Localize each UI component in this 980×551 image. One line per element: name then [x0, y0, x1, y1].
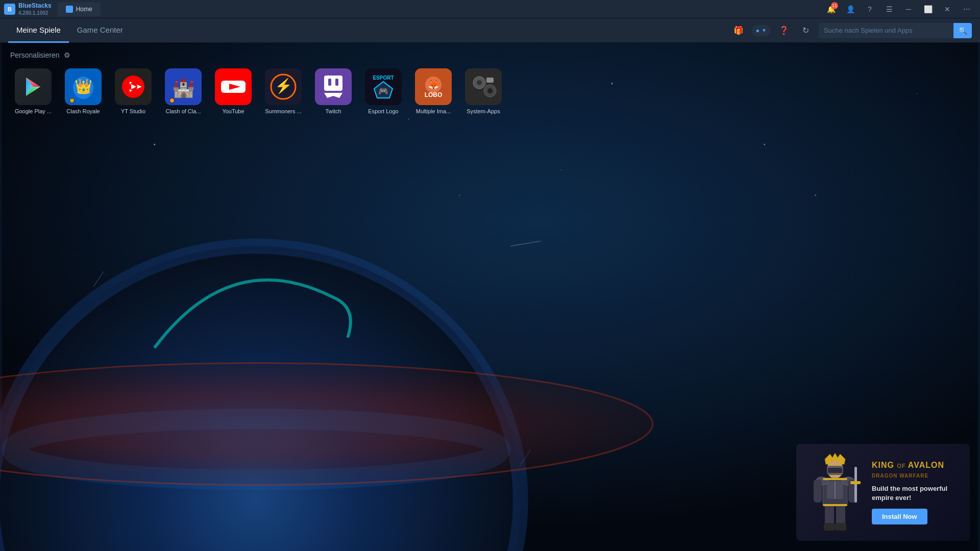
logo-icon: B: [4, 4, 15, 15]
app-twitch[interactable]: Twitch: [310, 65, 356, 117]
home-tab-label: Home: [76, 6, 92, 13]
expand-button[interactable]: ⋯: [958, 0, 976, 18]
app-icon-yt-studio: [115, 68, 152, 105]
app-clash-of-clans[interactable]: 🏰 Clash of Cla...: [160, 65, 206, 117]
titlebar: B BlueStacks 4.280.1.1002 Home 🔔 11 👤 ? …: [0, 0, 980, 18]
svg-rect-72: [835, 523, 846, 531]
svg-text:LOBO: LOBO: [425, 91, 443, 98]
app-icon-multiple-ima: 🦊LOBO: [415, 68, 452, 105]
app-esport[interactable]: ESPORT🎮 Esport Logo: [360, 65, 406, 117]
svg-point-52: [477, 80, 482, 85]
filter-icon[interactable]: ⚙: [64, 51, 70, 59]
user-icon: ●: [756, 27, 760, 34]
search-box: 🔍: [819, 23, 972, 38]
app-icon-esport: ESPORT🎮: [365, 68, 402, 105]
app-label-clash-royale: Clash Royale: [66, 108, 100, 114]
app-yt-studio[interactable]: YT Studio: [110, 65, 156, 117]
ad-text: KING OF AVALON DRAGON WARFARE Build the …: [872, 460, 962, 524]
personalize-label: Personalisieren: [10, 51, 60, 59]
app-icon-summoners: ⚡: [265, 68, 302, 105]
svg-rect-59: [828, 468, 842, 473]
main-content: Personalisieren ⚙ Google Play ... 👑 Clas…: [0, 43, 980, 551]
svg-point-55: [487, 88, 493, 93]
update-dot-clash-of-clans: [169, 98, 175, 103]
ad-logo: KING OF AVALON DRAGON WARFARE: [872, 460, 962, 480]
app-multiple-ima[interactable]: 🦊LOBO Multiple Ima...: [410, 65, 456, 117]
search-input[interactable]: [819, 23, 953, 37]
app-icon-system-apps: [465, 68, 502, 105]
svg-rect-38: [324, 76, 342, 91]
svg-point-4: [764, 144, 765, 145]
svg-rect-73: [823, 478, 847, 480]
svg-text:ESPORT: ESPORT: [373, 75, 394, 81]
svg-point-1: [154, 144, 155, 145]
app-label-twitch: Twitch: [325, 108, 341, 114]
app-label-multiple-ima: Multiple Ima...: [416, 108, 451, 114]
svg-rect-68: [850, 481, 861, 484]
app-label-clash-of-clans: Clash of Cla...: [165, 108, 201, 114]
svg-text:⚡: ⚡: [275, 78, 292, 94]
app-google-play[interactable]: Google Play ...: [10, 65, 56, 117]
svg-point-8: [459, 194, 460, 196]
window-controls: 🔔 11 👤 ? ☰ ─ ⬜ ✕ ⋯: [822, 0, 976, 18]
app-icon-google-play: [15, 68, 52, 105]
account-button[interactable]: 👤: [841, 0, 860, 18]
personalize-header: Personalisieren ⚙: [10, 51, 970, 59]
app-name: BlueStacks 4.280.1.1002: [18, 2, 52, 16]
app-icon-twitch: [315, 68, 352, 105]
update-dot-clash-royale: [69, 98, 75, 103]
svg-rect-53: [486, 78, 494, 83]
ad-install-button[interactable]: Install Now: [872, 509, 927, 524]
svg-rect-39: [328, 79, 331, 86]
maximize-button[interactable]: ⬜: [919, 0, 937, 18]
search-button[interactable]: 🔍: [953, 23, 972, 38]
tab-meine-spiele[interactable]: Meine Spiele: [8, 18, 69, 43]
notification-badge: 11: [831, 2, 838, 9]
svg-text:🎮: 🎮: [378, 86, 388, 96]
gift-button[interactable]: 🎁: [730, 22, 747, 39]
menu-button[interactable]: ☰: [880, 0, 898, 18]
svg-point-7: [560, 169, 561, 170]
svg-rect-74: [823, 504, 847, 506]
svg-text:🦊: 🦊: [428, 79, 439, 90]
user-button[interactable]: ● ▼: [752, 25, 771, 36]
refresh-button[interactable]: ↻: [797, 22, 814, 39]
close-button[interactable]: ✕: [938, 0, 957, 18]
app-label-google-play: Google Play ...: [15, 108, 52, 114]
app-clash-royale[interactable]: 👑 Clash Royale: [60, 65, 106, 117]
ad-panel: KING OF AVALON DRAGON WARFARE Build the …: [796, 444, 970, 541]
notification-button[interactable]: 🔔 11: [822, 0, 840, 18]
svg-rect-65: [814, 480, 822, 503]
app-label-system-apps: System-Apps: [467, 108, 500, 114]
svg-text:🏰: 🏰: [172, 77, 195, 98]
app-label-youtube: YouTube: [222, 108, 244, 114]
help-toolbar-button[interactable]: ❓: [776, 22, 792, 39]
svg-text:👑: 👑: [75, 78, 92, 95]
svg-rect-40: [335, 79, 338, 86]
ad-tagline: Build the most powerful empire ever!: [872, 484, 962, 503]
toolbar: Meine Spiele Game Center 🎁 ● ▼ ❓ ↻ 🔍: [0, 18, 980, 43]
toolbar-right: 🎁 ● ▼ ❓ ↻ 🔍: [730, 22, 972, 39]
app-label-yt-studio: YT Studio: [121, 108, 145, 114]
app-summoners[interactable]: ⚡ Summoners ...: [260, 65, 306, 117]
app-grid: Google Play ... 👑 Clash Royale YT Studio: [10, 65, 970, 117]
app-label-esport: Esport Logo: [368, 108, 398, 114]
home-tab[interactable]: Home: [58, 2, 101, 16]
user-dropdown-icon: ▼: [762, 28, 767, 33]
app-logo: B BlueStacks 4.280.1.1002: [4, 2, 52, 16]
svg-rect-67: [854, 467, 857, 503]
svg-point-6: [815, 194, 816, 196]
minimize-button[interactable]: ─: [899, 0, 918, 18]
content-area: Personalisieren ⚙ Google Play ... 👑 Clas…: [0, 43, 980, 126]
help-button[interactable]: ?: [861, 0, 879, 18]
home-tab-icon: [66, 6, 73, 13]
ad-character: [804, 452, 866, 533]
app-icon-youtube: [215, 68, 252, 105]
app-label-summoners: Summoners ...: [265, 108, 302, 114]
app-system-apps[interactable]: System-Apps: [460, 65, 506, 117]
app-youtube[interactable]: YouTube: [210, 65, 256, 117]
tab-game-center[interactable]: Game Center: [69, 18, 131, 43]
svg-rect-71: [824, 523, 835, 531]
